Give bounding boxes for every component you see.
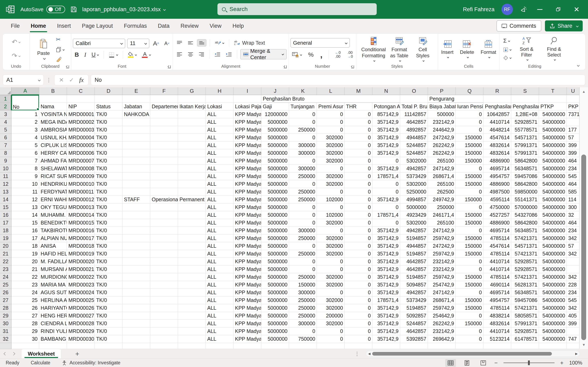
cell-E27[interactable] [122,296,150,304]
avatar[interactable]: RF [502,4,513,15]
cell-B17[interactable]: BENEDIKTU [39,219,67,227]
cell-K4[interactable]: 0 [289,118,317,126]
cell-N21[interactable]: 357142,9 [372,250,400,258]
cell-N13[interactable]: 0 [372,188,400,196]
cell-A5[interactable]: 3 [11,126,39,134]
cell-L25[interactable]: 302000 [317,281,345,289]
cell-N20[interactable]: 357142,9 [372,242,400,250]
cell-H22[interactable]: ALL [206,258,233,266]
cell-J28[interactable]: 5000000 [261,304,289,312]
cell-F27[interactable] [150,296,178,304]
cell-S20[interactable]: 54571371 [511,242,539,250]
cell-U11[interactable]: 545 [567,173,579,180]
cell-T30[interactable]: 54000000 [539,320,567,327]
cell-R23[interactable]: 4410714 [484,266,511,273]
cell-Q7[interactable]: 150000 [456,142,484,149]
cell-E31[interactable] [122,327,150,335]
cell-G7[interactable] [178,142,206,149]
cell-H8[interactable]: ALL [206,149,233,157]
cell-I3[interactable]: KPP Madya [233,110,261,118]
zoom-slider-thumb[interactable] [528,360,530,365]
cell-styles-button[interactable]: Cell Styles [412,37,434,61]
header-cell[interactable]: Iuran Pensi [456,103,484,110]
col-header-T[interactable]: T [539,87,567,95]
row-header-23[interactable]: 23 [0,266,11,273]
cell-D5[interactable]: TK/0 [95,126,122,134]
cell-A18[interactable]: 16 [11,227,39,234]
cell-L31[interactable]: 0 [317,327,345,335]
header-cell[interactable]: Gaji [261,103,289,110]
format-painter-button[interactable] [54,55,63,63]
header-cell[interactable]: Biaya Jabat [428,103,456,110]
cell-P13[interactable]: 262500 [428,188,456,196]
sort-filter-button[interactable]: AZ Sort & Filter [514,36,539,60]
cell-T17[interactable]: 54000000 [539,219,567,227]
document-title[interactable]: laporan_pphbulan_03-2023.xlsx [82,6,165,13]
cell-C4[interactable]: MRD00002 [67,118,95,126]
cell-N5[interactable]: 357142,9 [372,126,400,134]
cell-N15[interactable]: 0 [372,203,400,211]
cell-O32[interactable]: 5392857 [400,335,428,343]
col-header-Q[interactable]: Q [456,87,484,95]
header-cell[interactable]: THR [345,103,372,110]
cell-K16[interactable]: 0 [289,211,317,219]
cell[interactable] [511,343,539,349]
cell-H24[interactable]: ALL [206,273,233,281]
horizontal-scrollbar[interactable]: ◀ ▶ [366,351,580,357]
cell-S4[interactable]: 52928571 [511,118,539,126]
cell-K21[interactable]: 250000 [289,250,317,258]
cell-P6[interactable]: 247242,9 [428,134,456,142]
cell-G9[interactable] [178,157,206,165]
increase-font-button[interactable]: A˄ [151,39,160,48]
cell-K20[interactable]: 0 [289,242,317,250]
cell-L14[interactable]: 102000 [317,196,345,203]
cell-P31[interactable]: 232142,9 [428,327,456,335]
cell-G15[interactable] [178,203,206,211]
comments-button[interactable]: Comments [497,20,541,31]
cell-C31[interactable]: MRD00029 [67,327,95,335]
cell-B26[interactable]: AGUS SUTIS [39,289,67,296]
cell-P4[interactable]: 232142,9 [428,118,456,126]
cell-M29[interactable]: 0 [345,312,372,320]
ribbon-tab-insert[interactable]: Insert [52,19,77,33]
cell-C27[interactable]: MRD00025 [67,296,95,304]
cell-U23[interactable] [567,266,579,273]
cell-R9[interactable]: 4886900 [484,157,511,165]
cell-S10[interactable]: 56348571 [511,165,539,173]
cell-B23[interactable]: MURSANI A [39,266,67,273]
cell-I25[interactable]: KPP Madya [233,281,261,289]
cell-C11[interactable]: MRD00009 [67,173,95,180]
row-header-15[interactable]: 15 [0,203,11,211]
cell-Q13[interactable]: 0 [456,188,484,196]
cell-P16[interactable]: 246171,4 [428,211,456,219]
cell-T22[interactable]: 54000000 [539,258,567,266]
header-cell[interactable]: PTKP [539,103,567,110]
cell-J20[interactable]: 5000000 [261,242,289,250]
cell-U32[interactable]: 747 [567,335,579,343]
cell-F31[interactable] [150,327,178,335]
cell[interactable] [317,343,345,349]
cell[interactable] [178,343,206,349]
cell-J17[interactable]: 5000000 [261,219,289,227]
cell-O12[interactable]: 5302000 [400,180,428,188]
font-dialog-launcher[interactable] [168,66,171,68]
cell-B21[interactable]: HAFID HELI [39,250,67,258]
cell-P32[interactable]: 269642,9 [428,335,456,343]
cell-M25[interactable]: 0 [345,281,372,289]
header-cell[interactable]: Lokasi [206,103,233,110]
cell-P21[interactable]: 259742,9 [428,250,456,258]
cell-J22[interactable]: 5000000 [261,258,289,266]
row-header-14[interactable]: 14 [0,196,11,203]
cell-C9[interactable]: MRD00007 [67,157,95,165]
cell-L26[interactable]: 0 [317,289,345,296]
row-header-17[interactable]: 17 [0,219,11,227]
cell-U27[interactable]: 545 [567,296,579,304]
cell-G12[interactable] [178,180,206,188]
scroll-down-arrow[interactable]: ▼ [580,343,588,347]
row-header-4[interactable]: 4 [0,118,11,126]
cell-H13[interactable]: ALL [206,188,233,196]
col-header-H[interactable]: H [206,87,233,95]
cell-I31[interactable]: KPP Madya [233,327,261,335]
row-header-28[interactable]: 28 [0,304,11,312]
col-header-I[interactable]: I [233,87,261,95]
